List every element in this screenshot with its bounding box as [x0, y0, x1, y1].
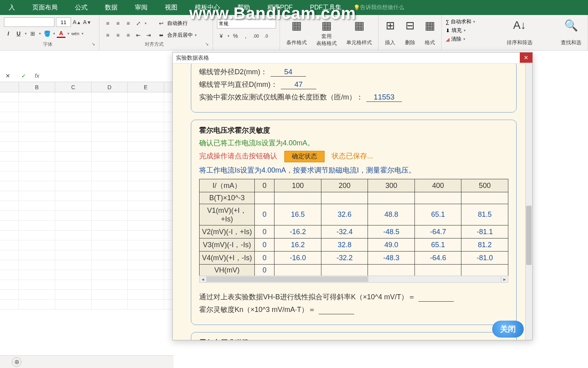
- indent-increase-icon[interactable]: ⇥: [144, 31, 153, 39]
- table-cell[interactable]: [274, 265, 321, 276]
- merge-center-button[interactable]: ⬌ 合并后居中▾: [157, 31, 197, 39]
- comma-icon[interactable]: ,: [241, 32, 250, 40]
- insert-cells-button[interactable]: ⊞ 插入: [383, 17, 398, 48]
- table-cell[interactable]: [255, 192, 274, 204]
- scroll-right-icon[interactable]: ►: [501, 276, 508, 282]
- confirm-status-button[interactable]: 确定状态: [284, 151, 325, 162]
- col-header[interactable]: B: [19, 82, 55, 92]
- table-cell[interactable]: -64.7: [414, 225, 461, 238]
- table-cell[interactable]: [414, 192, 461, 204]
- table-cell[interactable]: 48.8: [368, 204, 415, 225]
- table-cell[interactable]: -64.6: [414, 252, 461, 265]
- table-cell[interactable]: 0: [255, 238, 274, 252]
- increase-font-icon[interactable]: A▲: [73, 18, 81, 26]
- font-family-combo[interactable]: [4, 17, 54, 27]
- table-cell[interactable]: [414, 265, 461, 276]
- align-middle-icon[interactable]: ≡: [114, 19, 122, 28]
- fill-button[interactable]: ⬇ 填充 ▾: [446, 27, 475, 34]
- table-cell[interactable]: 0: [255, 204, 274, 225]
- decrease-font-icon[interactable]: A▼: [83, 18, 91, 26]
- autosum-button[interactable]: ∑ 自动求和 ▾: [446, 18, 475, 25]
- table-cell[interactable]: 0: [255, 225, 274, 238]
- table-h-scrollbar[interactable]: ◄ ►: [199, 276, 508, 283]
- sort-filter-button[interactable]: A↓ 排序和筛选: [504, 17, 535, 48]
- table-cell[interactable]: 16.2: [274, 238, 321, 252]
- table-cell[interactable]: 32.6: [321, 204, 368, 225]
- kn-input[interactable]: [319, 305, 354, 314]
- table-cell[interactable]: -48.3: [368, 252, 415, 265]
- tell-me-search[interactable]: 💡 告诉我你想做什么: [353, 4, 404, 11]
- menu-tab[interactable]: 帮助: [229, 0, 259, 15]
- table-cell[interactable]: -81.1: [461, 225, 508, 238]
- menu-tab[interactable]: 页面布局: [24, 0, 66, 15]
- format-cells-button[interactable]: ▦ 格式: [422, 17, 437, 48]
- delete-cells-button[interactable]: ⊟ 删除: [403, 17, 418, 48]
- menu-tab[interactable]: 模板中心: [186, 0, 229, 15]
- dialog-close-button[interactable]: ✕: [520, 53, 532, 63]
- table-cell[interactable]: -32.2: [321, 252, 368, 265]
- font-color-icon[interactable]: A: [57, 29, 65, 38]
- clear-button[interactable]: ◢ 清除 ▾: [446, 36, 475, 43]
- align-right-icon[interactable]: ≡: [124, 31, 133, 39]
- scroll-left-icon[interactable]: ◄: [200, 276, 207, 282]
- table-cell[interactable]: 65.1: [414, 238, 461, 252]
- table-cell[interactable]: -48.5: [368, 225, 415, 238]
- formula-fx-label[interactable]: fx: [32, 69, 174, 82]
- decrease-decimal-icon[interactable]: .0: [262, 32, 271, 40]
- menu-tab[interactable]: 入: [0, 0, 24, 15]
- increase-decimal-icon[interactable]: .00: [252, 32, 260, 40]
- wrap-text-button[interactable]: ↩ 自动换行: [157, 19, 197, 28]
- find-select-button[interactable]: 🔍 查找和选: [558, 17, 584, 48]
- table-cell[interactable]: 16.5: [274, 204, 321, 225]
- fill-color-icon[interactable]: 🪣: [43, 29, 51, 38]
- number-format-combo[interactable]: [217, 19, 276, 28]
- table-cell[interactable]: 32.8: [321, 238, 368, 252]
- table-cell[interactable]: [368, 192, 415, 204]
- dialog-launcher-icon[interactable]: ↘: [91, 41, 95, 47]
- formula-cancel-icon[interactable]: ✕: [0, 71, 16, 80]
- table-cell[interactable]: -81.0: [461, 252, 508, 265]
- table-cell[interactable]: 65.1: [414, 204, 461, 225]
- col-header[interactable]: D: [91, 82, 128, 92]
- indent-decrease-icon[interactable]: ⇤: [134, 31, 143, 39]
- table-cell[interactable]: 81.5: [461, 204, 508, 225]
- table-cell[interactable]: 0: [255, 252, 274, 265]
- format-as-table-button[interactable]: ▦ 套用 表格格式: [314, 17, 339, 48]
- formula-enter-icon[interactable]: ✓: [16, 71, 32, 80]
- dialog-launcher-icon[interactable]: ↘: [205, 41, 209, 47]
- table-cell[interactable]: [368, 265, 415, 276]
- conditional-format-button[interactable]: ▦ 条件格式: [284, 17, 309, 48]
- menu-tab[interactable]: PDF工具集: [301, 0, 350, 15]
- align-bottom-icon[interactable]: ≡: [124, 19, 133, 28]
- table-cell[interactable]: -32.4: [321, 225, 368, 238]
- dialog-v-scrollbar[interactable]: [525, 64, 532, 340]
- scroll-thumb[interactable]: [207, 276, 368, 282]
- table-cell[interactable]: [274, 192, 321, 204]
- col-header[interactable]: E: [128, 82, 164, 92]
- table-cell[interactable]: 49.0: [368, 238, 415, 252]
- table-cell[interactable]: 81.2: [461, 238, 508, 252]
- menu-tab[interactable]: 审阅: [126, 0, 156, 15]
- border-icon[interactable]: ⊞: [28, 29, 37, 38]
- table-cell[interactable]: -16.2: [274, 225, 321, 238]
- font-size-combo[interactable]: [56, 17, 71, 27]
- table-cell[interactable]: [461, 192, 508, 204]
- col-header[interactable]: C: [55, 82, 91, 92]
- table-cell[interactable]: 0: [255, 265, 274, 276]
- cell-styles-button[interactable]: ▦ 单元格样式: [344, 17, 374, 48]
- italic-icon[interactable]: I: [4, 29, 13, 38]
- align-center-icon[interactable]: ≡: [114, 31, 122, 39]
- fit-k-input[interactable]: [418, 293, 454, 302]
- align-left-icon[interactable]: ≡: [103, 31, 112, 39]
- v-scroll-thumb[interactable]: [526, 206, 532, 265]
- orientation-icon[interactable]: ⤢: [134, 19, 143, 28]
- table-cell[interactable]: [461, 265, 508, 276]
- percent-icon[interactable]: %: [231, 32, 240, 40]
- menu-tab[interactable]: 数据: [96, 0, 126, 15]
- phonetic-icon[interactable]: wén: [71, 29, 80, 38]
- align-top-icon[interactable]: ≡: [103, 19, 112, 28]
- add-sheet-button[interactable]: ⊕: [12, 357, 21, 367]
- menu-tab[interactable]: 稻壳PDF: [259, 0, 301, 15]
- table-cell[interactable]: [321, 265, 368, 276]
- spreadsheet-grid[interactable]: B C D E: [0, 82, 174, 355]
